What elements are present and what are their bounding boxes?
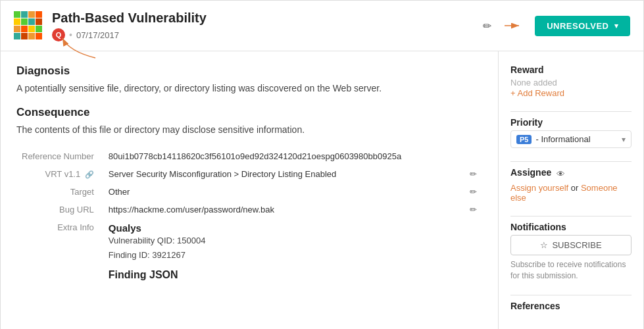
assignee-links: Assign yourself or Someone else bbox=[510, 183, 632, 203]
priority-section: Priority P5 - Informational ▾ bbox=[510, 117, 632, 148]
consequence-text: The contents of this file or directory m… bbox=[16, 123, 482, 137]
finding-json-title: Finding JSON bbox=[109, 269, 459, 281]
chevron-down-icon: ▾ bbox=[614, 22, 619, 30]
svg-rect-14 bbox=[21, 33, 28, 39]
divider-2 bbox=[510, 161, 632, 162]
assignee-label: Assignee bbox=[510, 167, 551, 178]
svg-rect-8 bbox=[36, 18, 42, 25]
extra-info-line-1: Vulnerability QID: 150004 bbox=[109, 234, 459, 248]
divider-3 bbox=[510, 216, 632, 216]
priority-dropdown[interactable]: P5 - Informational ▾ bbox=[510, 130, 632, 148]
submission-date: 07/17/2017 bbox=[76, 30, 119, 40]
svg-rect-2 bbox=[21, 11, 28, 18]
svg-rect-13 bbox=[14, 33, 20, 39]
extra-info-content: Qualys Vulnerability QID: 150004 Finding… bbox=[103, 218, 464, 285]
dot-separator: • bbox=[69, 30, 72, 40]
details-table: Reference Number 80ui1b0778cb14118620c3f… bbox=[16, 147, 482, 285]
references-label: References bbox=[510, 301, 632, 311]
assign-yourself-link[interactable]: Assign yourself bbox=[510, 183, 568, 193]
target-edit-icon[interactable]: ✏ bbox=[470, 187, 477, 197]
subscribe-button[interactable]: ☆ SUBSCRIBE bbox=[510, 235, 632, 255]
page-title: Path-Based Vulnerability bbox=[52, 10, 480, 26]
references-section: References bbox=[510, 301, 632, 311]
svg-rect-16 bbox=[36, 33, 42, 39]
table-row: Target Other ✏ bbox=[16, 183, 482, 201]
table-row: Extra Info Qualys Vulnerability QID: 150… bbox=[16, 218, 482, 285]
priority-label: Priority bbox=[510, 117, 632, 128]
or-text: or bbox=[568, 183, 581, 193]
reward-none: None added bbox=[510, 78, 632, 88]
extra-info-title: Qualys bbox=[109, 222, 459, 234]
divider-1 bbox=[510, 111, 632, 112]
svg-rect-6 bbox=[21, 18, 28, 25]
assignee-section: Assignee 👁 Assign yourself or Someone el… bbox=[510, 167, 632, 203]
extra-info-lines: Vulnerability QID: 150004 Finding ID: 39… bbox=[109, 234, 459, 263]
notifications-section: Notifications ☆ SUBSCRIBE Subscribe to r… bbox=[510, 222, 632, 282]
add-reward-link[interactable]: + Add Reward bbox=[510, 88, 564, 98]
svg-rect-11 bbox=[28, 26, 35, 32]
reward-label: Reward bbox=[510, 64, 632, 75]
subscribe-label: SUBSCRIBE bbox=[552, 240, 601, 250]
reference-number-value: 80ui1b0778cb14118620c3f56101o9ed92d32412… bbox=[103, 147, 464, 165]
vrt-edit-icon[interactable]: ✏ bbox=[470, 169, 477, 179]
bug-url-value: https://hackme.com/user/password/new.bak bbox=[103, 201, 464, 218]
link-icon: 🔗 bbox=[85, 170, 94, 178]
reward-section: Reward None added + Add Reward bbox=[510, 64, 632, 98]
svg-rect-3 bbox=[28, 11, 35, 18]
extra-info-label: Extra Info bbox=[16, 218, 103, 285]
target-value: Other bbox=[103, 183, 464, 201]
bug-url-edit-icon[interactable]: ✏ bbox=[470, 205, 477, 215]
consequence-title: Consequence bbox=[16, 106, 482, 119]
diagnosis-text: A potentially sensitive file, directory,… bbox=[16, 82, 482, 95]
vrt-value: Server Security Misconfiguration > Direc… bbox=[103, 165, 464, 183]
eye-off-icon: 👁 bbox=[557, 169, 565, 179]
svg-rect-10 bbox=[21, 26, 28, 32]
extra-info-line-2: Finding ID: 3921267 bbox=[109, 248, 459, 263]
vrt-label-text: VRT v1.1 bbox=[45, 169, 80, 179]
diagnosis-title: Diagnosis bbox=[16, 64, 482, 78]
status-button[interactable]: UNRESOLVED ▾ bbox=[535, 16, 630, 36]
bug-url-label: Bug URL bbox=[16, 201, 103, 218]
status-label: UNRESOLVED bbox=[547, 21, 608, 31]
arrow-annotation-status bbox=[505, 21, 524, 30]
table-row: Reference Number 80ui1b0778cb14118620c3f… bbox=[16, 147, 482, 165]
target-label: Target bbox=[16, 183, 103, 201]
p5-badge: P5 bbox=[516, 135, 532, 144]
svg-rect-9 bbox=[14, 26, 20, 32]
table-row: Bug URL https://hackme.com/user/password… bbox=[16, 201, 482, 218]
edit-button[interactable]: ✏ bbox=[480, 17, 494, 35]
priority-text: - Informational bbox=[535, 134, 618, 144]
svg-rect-15 bbox=[28, 33, 35, 39]
divider-4 bbox=[510, 295, 632, 295]
user-badge: Q bbox=[52, 28, 65, 41]
svg-rect-1 bbox=[14, 11, 20, 18]
reference-number-label: Reference Number bbox=[16, 147, 103, 165]
svg-rect-7 bbox=[28, 18, 35, 25]
star-icon: ☆ bbox=[540, 240, 548, 250]
subscribe-subtext: Subscribe to receive notifications for t… bbox=[510, 259, 632, 282]
priority-chevron-icon: ▾ bbox=[622, 135, 626, 144]
header-actions: ✏ UNRESOLVED ▾ bbox=[480, 16, 630, 36]
notifications-label: Notifications bbox=[510, 222, 632, 232]
svg-rect-12 bbox=[36, 26, 42, 32]
svg-rect-4 bbox=[36, 11, 42, 18]
table-row: VRT v1.1 🔗 Server Security Misconfigurat… bbox=[16, 165, 482, 183]
app-logo bbox=[14, 11, 43, 40]
pencil-icon: ✏ bbox=[483, 20, 491, 32]
vrt-label-cell: VRT v1.1 🔗 bbox=[16, 165, 103, 183]
svg-rect-5 bbox=[14, 18, 20, 25]
